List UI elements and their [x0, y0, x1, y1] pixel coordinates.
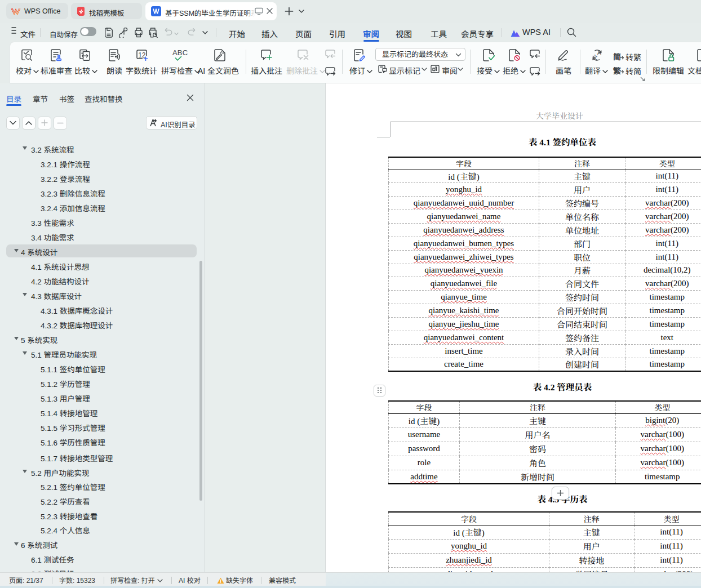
svg-text:文: 文 [592, 53, 598, 61]
svg-text:A: A [597, 50, 601, 56]
svg-text:12: 12 [138, 51, 146, 59]
